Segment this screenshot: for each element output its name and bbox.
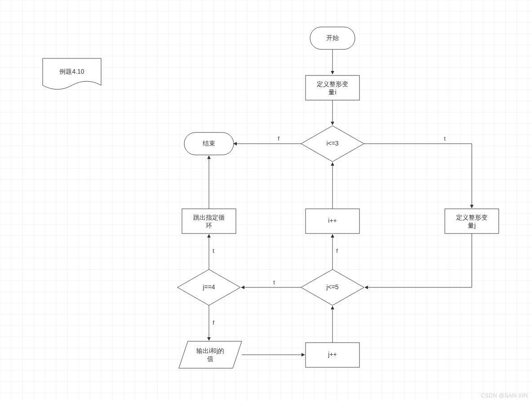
note-title: 例题4.10 [43,58,101,89]
node-incr-i: i++ [306,209,359,234]
svg-text:t: t [213,247,214,254]
svg-text:定义整形变: 定义整形变 [456,214,488,221]
svg-text:量j: 量j [468,222,475,229]
edge-definej-condj5 [365,234,472,287]
edge-condi-true: t [364,135,472,208]
svg-text:定义整形变: 定义整形变 [317,80,348,88]
svg-text:i++: i++ [328,217,337,224]
svg-text:f: f [278,135,279,142]
svg-text:j<=5: j<=5 [326,283,338,291]
svg-rect-96 [445,209,499,234]
node-output: 输出i和j的 值 [179,341,242,368]
svg-text:跳出指定循: 跳出指定循 [193,214,225,221]
node-break: 跳出指定循 环 [182,209,236,234]
svg-text:输出i和j的: 输出i和j的 [196,347,224,354]
svg-text:环: 环 [206,222,212,229]
svg-text:t: t [444,135,446,142]
node-cond-j5: j<=5 [301,269,364,305]
svg-text:结束: 结束 [203,140,215,147]
svg-text:量i: 量i [328,88,336,96]
svg-text:j==4: j==4 [202,283,215,291]
svg-rect-101 [182,209,236,234]
node-define-j: 定义整形变 量j [445,209,499,234]
edge-condi-false: f [234,135,301,144]
svg-text:t: t [273,279,275,286]
svg-text:开始: 开始 [326,34,339,41]
node-cond-i: i<=3 [301,126,364,162]
node-start: 开始 [310,27,355,49]
svg-text:f: f [213,319,214,326]
svg-rect-86 [306,75,359,100]
watermark: CSDN @SAN-XIN [481,392,528,399]
flowchart-canvas: 例题4.10 开始 定义整形变 量i i<=3 f 结束 t 定义整形变 量j [0,0,532,401]
svg-text:i<=3: i<=3 [326,140,338,147]
svg-text:j++: j++ [328,351,337,358]
svg-text:f: f [336,247,338,254]
node-cond-j4: j==4 [177,269,240,305]
svg-text:值: 值 [207,355,213,362]
note-title-text: 例题4.10 [59,68,84,75]
node-incr-j: j++ [306,343,359,367]
node-end: 结束 [184,132,234,155]
node-define-i: 定义整形变 量i [306,75,359,100]
